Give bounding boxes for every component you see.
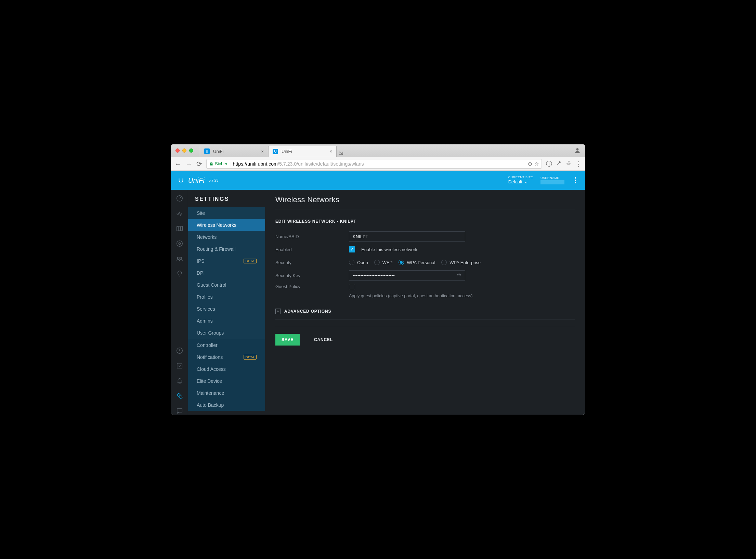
current-site-selector[interactable]: CURRENT SITE Default⌄	[508, 176, 533, 185]
security-option[interactable]: Open	[349, 260, 368, 265]
security-option[interactable]: WPA Personal	[399, 260, 435, 265]
guest-policy-hint: Apply guest policies (captive portal, gu…	[349, 294, 472, 298]
settings-nav-item[interactable]: Maintenance	[188, 387, 265, 399]
browser-tab[interactable]: U UniFi ×	[268, 146, 337, 157]
clients-icon[interactable]	[176, 255, 183, 262]
settings-nav-item[interactable]: Cloud Access	[188, 363, 265, 375]
back-button[interactable]: ←	[174, 160, 181, 167]
close-window-icon[interactable]	[175, 148, 180, 153]
unifi-logo-icon	[177, 177, 185, 184]
reload-button[interactable]: ⟳	[196, 160, 202, 167]
url-text: https://unifi.ubnt.com/5.7.23.0/unifi/si…	[233, 161, 364, 167]
svg-point-5	[180, 257, 182, 259]
settings-nav-item[interactable]: Guest Control	[188, 279, 265, 291]
settings-nav-item[interactable]: Profiles	[188, 291, 265, 303]
zoom-window-icon[interactable]	[189, 148, 193, 153]
nav-rail	[171, 190, 188, 415]
settings-nav-item[interactable]: Site	[188, 207, 265, 219]
forward-button[interactable]: →	[185, 160, 192, 167]
security-key-input[interactable]	[349, 270, 465, 281]
settings-nav-item[interactable]: NotificationsBETA	[188, 351, 265, 363]
username-redacted	[540, 180, 564, 184]
svg-rect-7	[177, 363, 182, 368]
settings-nav-item[interactable]: Auto Backup	[188, 399, 265, 411]
notifications-icon[interactable]	[176, 377, 183, 385]
devices-icon[interactable]	[176, 240, 183, 247]
browser-toolbar: ← → ⟳ Sicher | https://unifi.ubnt.com/5.…	[171, 157, 585, 171]
menu-icon[interactable]: ⋮	[575, 160, 582, 168]
expand-icon: +	[275, 309, 281, 314]
save-button[interactable]: SAVE	[275, 334, 300, 346]
new-tab-button[interactable]	[337, 150, 346, 157]
security-option[interactable]: WPA Enterprise	[441, 260, 481, 265]
tabs: U UniFi × U UniFi ×	[198, 144, 570, 157]
settings-nav-item[interactable]: User Groups	[188, 327, 265, 339]
security-option[interactable]: WEP	[374, 260, 393, 265]
version-label: 5.7.23	[209, 179, 218, 182]
settings-nav-item[interactable]: Routing & Firewall	[188, 243, 265, 255]
insights-icon[interactable]	[176, 270, 183, 277]
settings-icon[interactable]	[176, 392, 183, 400]
browser-tab[interactable]: U UniFi ×	[200, 146, 268, 157]
svg-point-4	[177, 257, 179, 259]
settings-nav-item[interactable]: Networks	[188, 231, 265, 243]
radio-icon	[441, 260, 447, 265]
svg-point-0	[576, 148, 579, 151]
address-bar[interactable]: Sicher | https://unifi.ubnt.com/5.7.23.0…	[206, 159, 542, 169]
ssid-input[interactable]	[349, 231, 465, 242]
dashboard-icon[interactable]	[176, 195, 183, 202]
settings-nav-item[interactable]: Controller	[188, 339, 265, 351]
minimize-window-icon[interactable]	[182, 148, 186, 153]
page-title: Wireless Networks	[275, 195, 575, 209]
svg-point-8	[177, 394, 180, 396]
settings-nav-item[interactable]: Elite Device	[188, 375, 265, 387]
drive-icon[interactable]	[566, 160, 571, 167]
main-pane: Wireless Networks EDIT WIRELESS NETWORK …	[265, 190, 585, 415]
header-menu-icon[interactable]	[572, 177, 579, 183]
unifi-app: UniFi 5.7.23 CURRENT SITE Default⌄ USERN…	[171, 171, 585, 415]
enabled-label: Enabled	[275, 247, 349, 252]
svg-point-3	[179, 243, 181, 245]
close-tab-icon[interactable]: ×	[261, 149, 264, 154]
security-key-label: Security Key	[275, 273, 349, 278]
advanced-options-toggle[interactable]: + ADVANCED OPTIONS	[275, 309, 575, 320]
favicon-icon: U	[273, 149, 278, 154]
chat-icon[interactable]	[176, 407, 183, 415]
zoom-icon[interactable]: ⊖	[528, 161, 532, 167]
events-icon[interactable]	[176, 347, 183, 354]
settings-nav-item[interactable]: Wireless Networks	[188, 219, 265, 231]
settings-nav-item[interactable]: DPI	[188, 267, 265, 279]
settings-nav-item[interactable]: Admins	[188, 315, 265, 327]
close-tab-icon[interactable]: ×	[329, 149, 332, 154]
enabled-checkbox[interactable]	[349, 246, 355, 252]
tab-title: UniFi	[282, 149, 292, 154]
favicon-icon: U	[204, 148, 210, 154]
svg-point-10	[459, 274, 460, 275]
settings-subnav: SETTINGS SiteWireless NetworksNetworksRo…	[188, 190, 265, 415]
alerts-icon[interactable]	[176, 362, 183, 369]
name-label: Name/SSID	[275, 234, 349, 239]
chevron-down-icon: ⌄	[524, 179, 528, 185]
browser-window: U UniFi × U UniFi × ← → ⟳ Sicher	[171, 144, 585, 415]
settings-nav-item[interactable]: IPSBETA	[188, 255, 265, 267]
settings-nav-item[interactable]: Services	[188, 303, 265, 315]
reveal-password-icon[interactable]	[456, 273, 462, 278]
profile-icon[interactable]	[570, 144, 585, 157]
browser-tab-strip: U UniFi × U UniFi ×	[171, 144, 585, 157]
radio-icon	[349, 260, 354, 265]
bookmark-icon[interactable]: ☆	[534, 161, 539, 167]
statistics-icon[interactable]	[176, 210, 183, 217]
eyedropper-icon[interactable]	[556, 160, 562, 167]
guest-policy-checkbox[interactable]	[349, 284, 355, 290]
info-icon[interactable]: ⓘ	[546, 160, 552, 168]
enabled-text: Enable this wireless network	[361, 247, 417, 252]
cancel-button[interactable]: CANCEL	[308, 334, 339, 346]
app-header: UniFi 5.7.23 CURRENT SITE Default⌄ USERN…	[171, 171, 585, 190]
secure-label: Sicher	[215, 161, 227, 166]
map-icon[interactable]	[176, 225, 183, 232]
tab-title: UniFi	[213, 149, 223, 154]
secure-indicator: Sicher	[209, 161, 227, 166]
svg-point-2	[177, 241, 182, 247]
username-display[interactable]: USERNAME	[540, 176, 564, 184]
radio-icon	[399, 260, 404, 265]
